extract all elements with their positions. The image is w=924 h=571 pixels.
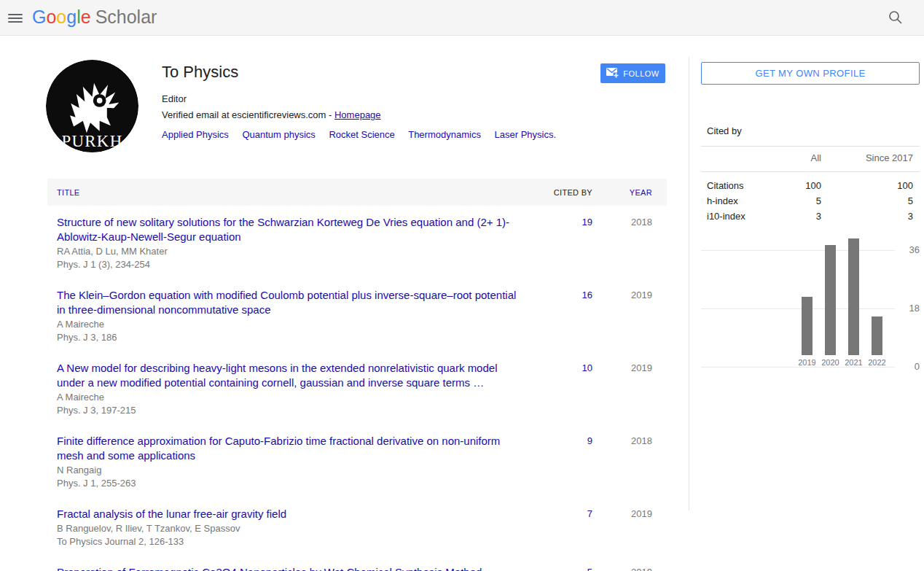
sort-by-cited-header[interactable]: CITED BY (541, 188, 592, 197)
bar-column: 2020 (819, 245, 842, 367)
divider (701, 146, 920, 147)
article-title-link[interactable]: Structure of new solitary solutions for … (57, 215, 527, 244)
divider (701, 171, 920, 172)
cited-by-heading[interactable]: Cited by (707, 125, 742, 136)
bar-column: 2019 (796, 297, 818, 367)
vertical-divider (689, 57, 689, 510)
article-title-link[interactable]: Preparation of Ferromagnetic Co3O4 Nanop… (57, 565, 527, 571)
article-authors: B Ranguelov, R Iliev, T Tzankov, E Spass… (57, 522, 527, 535)
article-year: 2019 (592, 361, 652, 416)
citation-bar-2022[interactable] (872, 316, 882, 355)
sort-by-year-header[interactable]: YEAR (592, 188, 652, 197)
sort-by-title-header[interactable]: TITLE (47, 188, 541, 197)
article-row: Preparation of Ferromagnetic Co3O4 Nanop… (47, 556, 667, 571)
scholar-logo[interactable]: GoogleScholar (32, 7, 157, 28)
x-axis-tick: 2020 (821, 358, 839, 367)
bar-column: 2022 (866, 316, 888, 367)
search-icon[interactable] (884, 6, 907, 29)
follow-button-label: FOLLOW (623, 69, 659, 78)
metric-label[interactable]: i10-index (701, 211, 781, 222)
bars-group: 2019202020212022 (796, 238, 888, 367)
article-venue: Phys. J 1, 255-263 (57, 477, 527, 489)
metric-label[interactable]: h-index (701, 195, 781, 206)
article-year: 2018 (592, 434, 652, 489)
y-axis-tick: 0 (895, 361, 920, 372)
article-title-link[interactable]: Finite difference approximation for Capu… (57, 434, 527, 463)
avatar-label: PURKH (62, 132, 123, 150)
metric-since-value: 100 (821, 180, 920, 191)
article-venue: Phys. J 1 (3), 234-254 (57, 258, 527, 271)
article-authors: A Maireche (57, 391, 527, 403)
interests-list: Applied Physics Quantum physics Rocket S… (162, 129, 599, 140)
x-axis-tick: 2019 (798, 358, 815, 367)
cited-by-count-link[interactable]: 10 (541, 361, 592, 416)
top-bar: GoogleScholar (0, 0, 924, 36)
gridline (701, 367, 895, 368)
articles-table-header: TITLE CITED BY YEAR (47, 179, 667, 206)
metric-row-h-index: h-index 5 5 (701, 193, 920, 209)
cited-by-count-link[interactable]: 19 (541, 215, 592, 271)
google-wordmark: Google (32, 7, 91, 27)
citation-bar-2021[interactable] (848, 238, 859, 355)
metric-since-value: 5 (821, 195, 920, 206)
article-row: Fractal analysis of the lunar free-air g… (47, 497, 667, 556)
article-row: Structure of new solitary solutions for … (47, 206, 667, 279)
cited-by-column-headers: . All Since 2017 (701, 152, 920, 163)
follow-button[interactable]: FOLLOW (600, 63, 665, 83)
interest-link-quantum-physics[interactable]: Quantum physics (242, 129, 315, 140)
metric-since-value: 3 (821, 211, 920, 222)
cited-by-metrics: Citations 100 100 h-index 5 5 i10-index … (701, 178, 920, 224)
cited-by-count-link[interactable]: 7 (541, 507, 592, 548)
homepage-link[interactable]: Homepage (334, 109, 381, 120)
article-venue: Phys. J 3, 197-215 (57, 404, 527, 416)
metric-all-value: 100 (781, 180, 821, 191)
page-title: To Physics (162, 63, 599, 82)
interest-link-applied-physics[interactable]: Applied Physics (162, 129, 229, 140)
x-axis-tick: 2022 (868, 358, 885, 367)
article-venue: Phys. J 3, 186 (57, 331, 527, 343)
citation-bar-2020[interactable] (825, 245, 836, 355)
article-year: 2019 (592, 565, 652, 571)
y-axis-tick: 18 (895, 303, 920, 314)
metric-row-citations: Citations 100 100 (701, 178, 920, 193)
article-title-link[interactable]: The Klein–Gordon equation with modified … (57, 288, 527, 317)
citations-per-year-chart: 361802019202020212022 (701, 250, 895, 367)
get-my-own-profile-button[interactable]: GET MY OWN PROFILE (701, 62, 920, 85)
profile-role: Editor (162, 93, 599, 104)
article-title-link[interactable]: A New model for describing heavy-light m… (57, 361, 527, 390)
article-year: 2019 (592, 507, 652, 548)
article-row: A New model for describing heavy-light m… (47, 351, 667, 424)
article-year: 2019 (592, 288, 652, 343)
article-venue: To Physics Journal 2, 126-133 (57, 535, 527, 548)
bar-column: 2021 (842, 238, 865, 367)
cited-by-count-link[interactable]: 5 (541, 565, 592, 571)
x-axis-tick: 2021 (845, 358, 862, 367)
metric-all-value: 3 (781, 211, 821, 222)
envelope-plus-icon (606, 68, 619, 79)
col-header-since: Since 2017 (821, 152, 920, 163)
article-title-link[interactable]: Fractal analysis of the lunar free-air g… (57, 507, 527, 521)
metric-label[interactable]: Citations (701, 180, 781, 191)
interest-link-thermodynamics[interactable]: Thermodynamics (408, 129, 481, 140)
citation-bar-2019[interactable] (802, 297, 813, 355)
cited-by-count-link[interactable]: 9 (541, 434, 592, 489)
articles-table: TITLE CITED BY YEAR Structure of new sol… (47, 179, 667, 571)
avatar[interactable]: PURKH (46, 60, 138, 152)
article-row: The Klein–Gordon equation with modified … (47, 279, 667, 351)
metric-row-i10-index: i10-index 3 3 (701, 209, 920, 224)
col-header-all: All (781, 152, 821, 163)
interest-link-rocket-science[interactable]: Rocket Science (329, 129, 394, 140)
y-axis-tick: 36 (895, 244, 920, 255)
article-year: 2018 (592, 215, 652, 271)
article-row: Finite difference approximation for Capu… (47, 424, 667, 497)
article-authors: A Maireche (57, 318, 527, 330)
article-authors: RA Attia, D Lu, MM Khater (57, 245, 527, 257)
menu-icon[interactable] (7, 9, 24, 26)
interest-link-laser-physics[interactable]: Laser Physics. (495, 129, 557, 140)
scholar-wordmark: Scholar (95, 7, 157, 27)
verified-email: Verified email at escientificreviews.com… (162, 109, 599, 120)
metric-all-value: 5 (781, 195, 821, 206)
cited-by-count-link[interactable]: 16 (541, 288, 592, 343)
article-authors: N Rangaig (57, 464, 527, 476)
